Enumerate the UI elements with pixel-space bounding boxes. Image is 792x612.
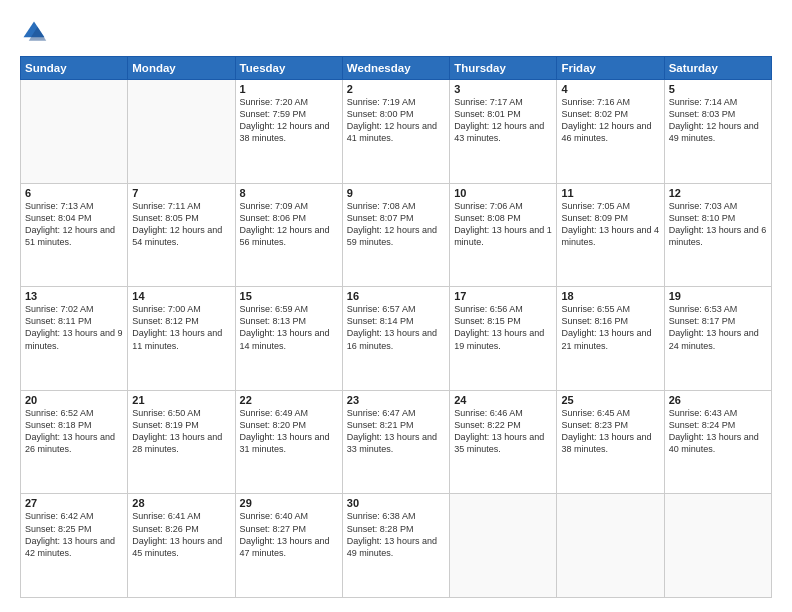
day-info: Sunrise: 6:53 AM Sunset: 8:17 PM Dayligh… [669,303,767,352]
day-number: 28 [132,497,230,509]
day-number: 29 [240,497,338,509]
day-number: 26 [669,394,767,406]
calendar-week-1: 1Sunrise: 7:20 AM Sunset: 7:59 PM Daylig… [21,80,772,184]
calendar-day: 15Sunrise: 6:59 AM Sunset: 8:13 PM Dayli… [235,287,342,391]
day-number: 5 [669,83,767,95]
day-number: 9 [347,187,445,199]
header [20,18,772,46]
calendar-day: 6Sunrise: 7:13 AM Sunset: 8:04 PM Daylig… [21,183,128,287]
weekday-header-thursday: Thursday [450,57,557,80]
day-info: Sunrise: 7:09 AM Sunset: 8:06 PM Dayligh… [240,200,338,249]
calendar-day: 22Sunrise: 6:49 AM Sunset: 8:20 PM Dayli… [235,390,342,494]
calendar-day: 26Sunrise: 6:43 AM Sunset: 8:24 PM Dayli… [664,390,771,494]
calendar-day: 29Sunrise: 6:40 AM Sunset: 8:27 PM Dayli… [235,494,342,598]
day-info: Sunrise: 7:17 AM Sunset: 8:01 PM Dayligh… [454,96,552,145]
calendar-day: 18Sunrise: 6:55 AM Sunset: 8:16 PM Dayli… [557,287,664,391]
calendar-week-5: 27Sunrise: 6:42 AM Sunset: 8:25 PM Dayli… [21,494,772,598]
day-info: Sunrise: 6:55 AM Sunset: 8:16 PM Dayligh… [561,303,659,352]
day-info: Sunrise: 7:08 AM Sunset: 8:07 PM Dayligh… [347,200,445,249]
calendar-day: 16Sunrise: 6:57 AM Sunset: 8:14 PM Dayli… [342,287,449,391]
calendar-day: 17Sunrise: 6:56 AM Sunset: 8:15 PM Dayli… [450,287,557,391]
day-number: 6 [25,187,123,199]
day-number: 17 [454,290,552,302]
day-number: 3 [454,83,552,95]
page: SundayMondayTuesdayWednesdayThursdayFrid… [0,0,792,612]
calendar-day: 2Sunrise: 7:19 AM Sunset: 8:00 PM Daylig… [342,80,449,184]
day-info: Sunrise: 7:20 AM Sunset: 7:59 PM Dayligh… [240,96,338,145]
day-info: Sunrise: 6:40 AM Sunset: 8:27 PM Dayligh… [240,510,338,559]
day-info: Sunrise: 7:13 AM Sunset: 8:04 PM Dayligh… [25,200,123,249]
weekday-header-sunday: Sunday [21,57,128,80]
day-info: Sunrise: 6:38 AM Sunset: 8:28 PM Dayligh… [347,510,445,559]
day-number: 2 [347,83,445,95]
day-info: Sunrise: 6:52 AM Sunset: 8:18 PM Dayligh… [25,407,123,456]
calendar-day: 12Sunrise: 7:03 AM Sunset: 8:10 PM Dayli… [664,183,771,287]
day-info: Sunrise: 6:42 AM Sunset: 8:25 PM Dayligh… [25,510,123,559]
calendar-day: 23Sunrise: 6:47 AM Sunset: 8:21 PM Dayli… [342,390,449,494]
calendar-day: 19Sunrise: 6:53 AM Sunset: 8:17 PM Dayli… [664,287,771,391]
day-info: Sunrise: 7:14 AM Sunset: 8:03 PM Dayligh… [669,96,767,145]
calendar-week-4: 20Sunrise: 6:52 AM Sunset: 8:18 PM Dayli… [21,390,772,494]
calendar-header: SundayMondayTuesdayWednesdayThursdayFrid… [21,57,772,80]
day-number: 15 [240,290,338,302]
day-number: 24 [454,394,552,406]
calendar-day: 5Sunrise: 7:14 AM Sunset: 8:03 PM Daylig… [664,80,771,184]
day-number: 30 [347,497,445,509]
calendar-day [664,494,771,598]
calendar-day: 28Sunrise: 6:41 AM Sunset: 8:26 PM Dayli… [128,494,235,598]
day-info: Sunrise: 7:00 AM Sunset: 8:12 PM Dayligh… [132,303,230,352]
weekday-header-row: SundayMondayTuesdayWednesdayThursdayFrid… [21,57,772,80]
weekday-header-friday: Friday [557,57,664,80]
weekday-header-wednesday: Wednesday [342,57,449,80]
day-info: Sunrise: 6:41 AM Sunset: 8:26 PM Dayligh… [132,510,230,559]
calendar: SundayMondayTuesdayWednesdayThursdayFrid… [20,56,772,598]
calendar-body: 1Sunrise: 7:20 AM Sunset: 7:59 PM Daylig… [21,80,772,598]
day-info: Sunrise: 7:03 AM Sunset: 8:10 PM Dayligh… [669,200,767,249]
calendar-week-3: 13Sunrise: 7:02 AM Sunset: 8:11 PM Dayli… [21,287,772,391]
weekday-header-saturday: Saturday [664,57,771,80]
day-info: Sunrise: 7:06 AM Sunset: 8:08 PM Dayligh… [454,200,552,249]
day-info: Sunrise: 7:19 AM Sunset: 8:00 PM Dayligh… [347,96,445,145]
day-info: Sunrise: 6:59 AM Sunset: 8:13 PM Dayligh… [240,303,338,352]
calendar-day: 25Sunrise: 6:45 AM Sunset: 8:23 PM Dayli… [557,390,664,494]
calendar-day: 21Sunrise: 6:50 AM Sunset: 8:19 PM Dayli… [128,390,235,494]
calendar-day: 3Sunrise: 7:17 AM Sunset: 8:01 PM Daylig… [450,80,557,184]
calendar-day: 4Sunrise: 7:16 AM Sunset: 8:02 PM Daylig… [557,80,664,184]
calendar-day: 10Sunrise: 7:06 AM Sunset: 8:08 PM Dayli… [450,183,557,287]
day-number: 21 [132,394,230,406]
day-info: Sunrise: 7:16 AM Sunset: 8:02 PM Dayligh… [561,96,659,145]
day-info: Sunrise: 7:05 AM Sunset: 8:09 PM Dayligh… [561,200,659,249]
day-number: 10 [454,187,552,199]
day-info: Sunrise: 6:46 AM Sunset: 8:22 PM Dayligh… [454,407,552,456]
calendar-day: 11Sunrise: 7:05 AM Sunset: 8:09 PM Dayli… [557,183,664,287]
day-number: 4 [561,83,659,95]
calendar-day: 9Sunrise: 7:08 AM Sunset: 8:07 PM Daylig… [342,183,449,287]
day-number: 23 [347,394,445,406]
day-number: 12 [669,187,767,199]
day-number: 13 [25,290,123,302]
day-number: 22 [240,394,338,406]
calendar-day: 20Sunrise: 6:52 AM Sunset: 8:18 PM Dayli… [21,390,128,494]
calendar-day [21,80,128,184]
day-info: Sunrise: 6:56 AM Sunset: 8:15 PM Dayligh… [454,303,552,352]
calendar-day [450,494,557,598]
day-info: Sunrise: 6:50 AM Sunset: 8:19 PM Dayligh… [132,407,230,456]
calendar-week-2: 6Sunrise: 7:13 AM Sunset: 8:04 PM Daylig… [21,183,772,287]
calendar-day: 24Sunrise: 6:46 AM Sunset: 8:22 PM Dayli… [450,390,557,494]
day-number: 20 [25,394,123,406]
calendar-day: 13Sunrise: 7:02 AM Sunset: 8:11 PM Dayli… [21,287,128,391]
day-number: 27 [25,497,123,509]
day-number: 19 [669,290,767,302]
day-info: Sunrise: 7:11 AM Sunset: 8:05 PM Dayligh… [132,200,230,249]
calendar-day [557,494,664,598]
weekday-header-monday: Monday [128,57,235,80]
day-number: 1 [240,83,338,95]
day-number: 7 [132,187,230,199]
day-number: 16 [347,290,445,302]
logo [20,18,52,46]
day-number: 8 [240,187,338,199]
day-number: 18 [561,290,659,302]
calendar-day: 7Sunrise: 7:11 AM Sunset: 8:05 PM Daylig… [128,183,235,287]
day-number: 11 [561,187,659,199]
calendar-day: 14Sunrise: 7:00 AM Sunset: 8:12 PM Dayli… [128,287,235,391]
